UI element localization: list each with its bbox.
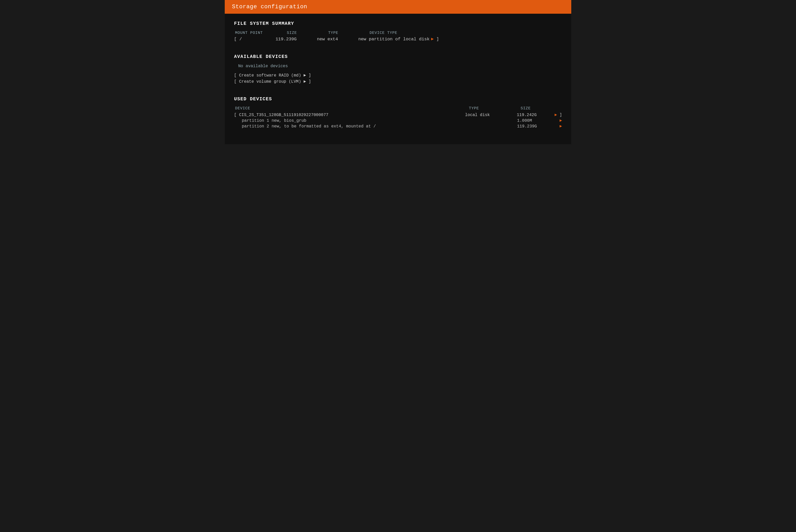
partition-2-row[interactable]: partition 2 new, to be formatted as ext4…	[234, 124, 562, 129]
used-header-size: SIZE	[521, 106, 562, 111]
fs-header-size: SIZE	[287, 31, 328, 35]
fs-mount-point: /	[239, 37, 275, 42]
file-system-summary-section: FILE SYSTEM SUMMARY MOUNT POINT SIZE TYP…	[234, 21, 562, 42]
fs-header-mount: MOUNT POINT	[235, 31, 287, 35]
available-devices-section: AVAILABLE DEVICES No available devices […	[234, 54, 562, 84]
used-header-device: DEVICE	[235, 106, 469, 111]
no-devices-text: No available devices	[234, 64, 562, 69]
create-raid-link[interactable]: [ Create software RAID (md) ► ]	[234, 73, 562, 78]
fs-table-header: MOUNT POINT SIZE TYPE DEVICE TYPE	[234, 31, 562, 35]
fs-device-type: new partition of local disk	[358, 37, 429, 42]
storage-config-screen: Storage configuration FILE SYSTEM SUMMAR…	[225, 0, 571, 144]
used-devices-heading: USED DEVICES	[234, 96, 562, 101]
used-devices-header: DEVICE TYPE SIZE	[234, 106, 562, 111]
used-devices-section: USED DEVICES DEVICE TYPE SIZE [ CIS_2S_T…	[234, 96, 562, 129]
available-devices-heading: AVAILABLE DEVICES	[234, 54, 562, 59]
fs-header-device-type: DEVICE TYPE	[370, 31, 499, 35]
partition-1-label: partition 1 new, bios_grub	[242, 118, 517, 123]
partition-1-arrow: ►	[559, 118, 562, 123]
partition-1-row[interactable]: partition 1 new, bios_grub 1.000M ►	[234, 118, 562, 123]
main-device-arrow: ►	[554, 113, 557, 117]
bracket-open: [	[234, 37, 239, 42]
title-bar: Storage configuration	[225, 0, 571, 14]
spacer-1	[234, 50, 562, 54]
main-device-type: local disk	[465, 113, 517, 117]
partition-2-size: 119.239G	[517, 124, 558, 129]
partition-2-arrow: ►	[559, 124, 562, 129]
fs-table-row[interactable]: [ / 119.239G new ext4 new partition of l…	[234, 37, 562, 42]
create-lvm-link[interactable]: [ Create volume group (LVM) ► ]	[234, 79, 562, 84]
partition-1-size: 1.000M	[517, 118, 558, 123]
main-device-label: CIS_2S_T351_128GB_511191029227000077	[239, 113, 465, 117]
main-bracket-open: [	[234, 113, 239, 117]
fs-type: new ext4	[317, 37, 358, 42]
page-title: Storage configuration	[232, 4, 307, 10]
content-area: FILE SYSTEM SUMMARY MOUNT POINT SIZE TYP…	[225, 14, 571, 144]
fs-row-arrow: ►	[431, 37, 434, 42]
partition-2-label: partition 2 new, to be formatted as ext4…	[242, 124, 517, 129]
main-device-size: 119.242G	[517, 113, 553, 117]
spacer-2	[234, 92, 562, 96]
main-bracket-close: ]	[557, 113, 562, 117]
used-header-type: TYPE	[469, 106, 521, 111]
main-device-row[interactable]: [ CIS_2S_T351_128GB_511191029227000077 l…	[234, 113, 562, 117]
fs-size: 119.239G	[275, 37, 317, 42]
file-system-summary-heading: FILE SYSTEM SUMMARY	[234, 21, 562, 26]
bracket-close: ]	[434, 37, 439, 42]
fs-header-type: TYPE	[328, 31, 370, 35]
